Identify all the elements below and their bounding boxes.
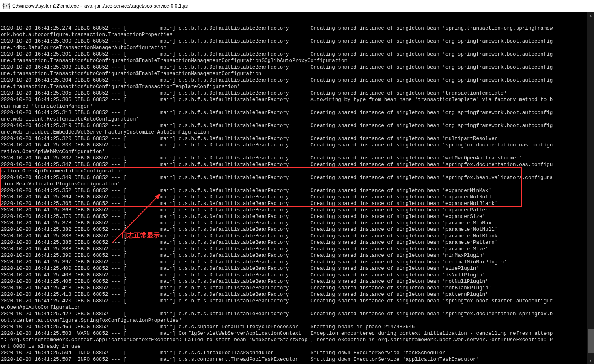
log-line: 2020-10-20 16:41:25.332 DEBUG 68852 --- … [1, 155, 586, 162]
log-line: ure.jdbc.DataSourceTransactionManagerAut… [1, 45, 586, 51]
log-line: 2020-10-20 16:41:25.364 DEBUG 68852 --- … [1, 194, 586, 200]
log-line: t: org.springframework.context.Applicati… [1, 337, 586, 343]
log-line: 2020-10-20 16:41:25.504 INFO 68852 --- [… [1, 350, 586, 356]
log-line: 2020-10-20 16:41:25.388 DEBUG 68852 --- … [1, 246, 586, 252]
log-line: 2020-10-20 16:41:25.349 DEBUG 68852 --- … [1, 174, 586, 181]
scroll-down-arrow-icon[interactable]: ▼ [587, 357, 594, 364]
maximize-icon [564, 4, 568, 8]
log-line: 2020-10-20 16:41:25.420 DEBUG 68852 --- … [1, 298, 586, 304]
log-line: 2020-10-20 16:41:25.507 INFO 68852 --- [… [1, 356, 586, 363]
log-line: 2020-10-20 16:41:25.347 DEBUG 68852 --- … [1, 162, 586, 168]
log-line: 2020-10-20 16:41:25.319 DEBUG 68852 --- … [1, 123, 586, 129]
log-line: 2020-10-20 16:41:25.400 DEBUG 68852 --- … [1, 265, 586, 272]
scroll-thumb[interactable] [588, 329, 594, 353]
log-line: 2020-10-20 16:41:25.382 DEBUG 68852 --- … [1, 226, 586, 233]
log-line: ure.transaction.TransactionAutoConfigura… [1, 71, 586, 77]
log-line: 2020-10-20 16:41:25.378 DEBUG 68852 --- … [1, 220, 586, 226]
vertical-scrollbar[interactable]: ▲ ▼ [587, 12, 594, 364]
log-line: ure.transaction.TransactionAutoConfigura… [1, 58, 586, 64]
log-line: ean named 'transactionManager' [1, 103, 586, 110]
log-line: oot.starter.autoconfigure.SpringfoxConfi… [1, 317, 586, 324]
log-line: 2020-10-20 16:41:25.503 WARN 68852 --- [… [1, 330, 586, 337]
log-line: 2020-10-20 16:41:25.418 DEBUG 68852 --- … [1, 291, 586, 298]
log-line: ration.OpenApiWebMvcConfiguration' [1, 149, 586, 155]
close-button[interactable] [575, 0, 594, 12]
minimize-icon [545, 4, 549, 8]
window-title: C:\windows\system32\cmd.exe - java -jar … [12, 3, 538, 9]
log-line: 2020-10-20 16:41:25.274 DEBUG 68852 --- … [1, 25, 586, 32]
log-line: 2020-10-20 16:41:25.303 DEBUG 68852 --- … [1, 64, 586, 71]
log-line: ort 8080 is already in use [1, 343, 586, 350]
log-line: 2020-10-20 16:41:25.383 DEBUG 68852 --- … [1, 233, 586, 239]
cmd-window: C:\ C:\windows\system32\cmd.exe - java -… [0, 0, 594, 364]
maximize-button[interactable] [557, 0, 575, 12]
log-line: ration.OpenApiDocumentationConfiguration… [1, 168, 586, 174]
log-line: 2020-10-20 16:41:25.305 DEBUG 68852 --- … [1, 90, 586, 97]
log-line: 2020-10-20 16:41:25.352 DEBUG 68852 --- … [1, 187, 586, 194]
svg-rect-1 [564, 4, 568, 8]
log-line: ure.web.client.RestTemplateAutoConfigura… [1, 116, 586, 123]
close-icon [583, 4, 587, 8]
log-output: 2020-10-20 16:41:25.274 DEBUG 68852 --- … [0, 25, 587, 364]
scroll-up-arrow-icon[interactable]: ▲ [587, 12, 594, 19]
log-line: 2020-10-20 16:41:25.306 DEBUG 68852 --- … [1, 97, 586, 103]
log-line: tion.BeanValidatorPluginsConfiguration' [1, 181, 586, 187]
log-line: 2020-10-20 16:41:25.403 DEBUG 68852 --- … [1, 272, 586, 278]
log-line: 2020-10-20 16:41:25.330 DEBUG 68852 --- … [1, 142, 586, 149]
log-line: ure.transaction.TransactionAutoConfigura… [1, 84, 586, 90]
log-line: 2020-10-20 16:41:25.304 DEBUG 68852 --- … [1, 77, 586, 84]
window-controls [538, 0, 594, 12]
log-line: 2020-10-20 16:41:25.386 DEBUG 68852 --- … [1, 239, 586, 246]
log-line: 2020-10-20 16:41:25.366 DEBUG 68852 --- … [1, 200, 586, 207]
log-line: 2020-10-20 16:41:25.390 DEBUG 68852 --- … [1, 252, 586, 259]
log-line: 2020-10-20 16:41:25.318 DEBUG 68852 --- … [1, 110, 586, 116]
log-line: 2020-10-20 16:41:25.370 DEBUG 68852 --- … [1, 213, 586, 220]
minimize-button[interactable] [538, 0, 557, 12]
log-line: 2020-10-20 16:41:25.301 DEBUG 68852 --- … [1, 51, 586, 58]
log-line: 2020-10-20 16:41:25.413 DEBUG 68852 --- … [1, 285, 586, 291]
log-line: 2020-10-20 16:41:25.397 DEBUG 68852 --- … [1, 259, 586, 265]
terminal-body[interactable]: 2020-10-20 16:41:25.274 DEBUG 68852 --- … [0, 12, 594, 364]
titlebar[interactable]: C:\ C:\windows\system32\cmd.exe - java -… [0, 0, 594, 12]
log-line: 2020-10-20 16:41:25.469 DEBUG 68852 --- … [1, 324, 586, 330]
log-line: 2020-10-20 16:41:25.368 DEBUG 68852 --- … [1, 207, 586, 213]
log-line: e.OpenApiAutoConfiguration' [1, 304, 586, 311]
log-line: 2020-10-20 16:41:25.405 DEBUG 68852 --- … [1, 278, 586, 285]
log-line: 2020-10-20 16:41:25.320 DEBUG 68852 --- … [1, 136, 586, 142]
log-line: 2020-10-20 16:41:25.300 DEBUG 68852 --- … [1, 38, 586, 45]
cmd-icon: C:\ [3, 3, 10, 9]
log-line: 2020-10-20 16:41:25.422 DEBUG 68852 --- … [1, 311, 586, 317]
log-line: ork.boot.autoconfigure.transaction.Trans… [1, 32, 586, 38]
log-line: ure.web.embedded.EmbeddedWebServerFactor… [1, 129, 586, 136]
